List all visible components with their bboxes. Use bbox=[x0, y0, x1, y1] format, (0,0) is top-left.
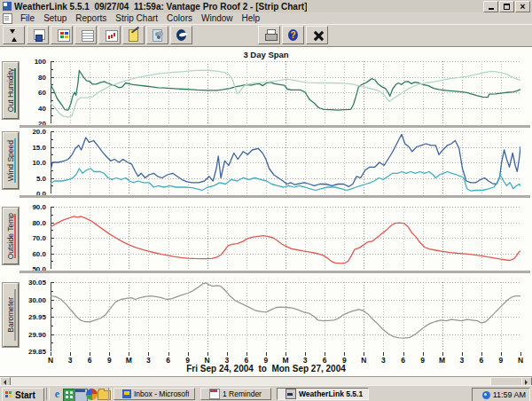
menu-item-colors[interactable]: Colors bbox=[162, 13, 197, 23]
strip-chart: 3 Day Span N369M369N369M369N369M369N Fri… bbox=[0, 46, 532, 377]
weather-icon bbox=[153, 29, 162, 42]
plot-barometer bbox=[51, 282, 520, 351]
close-icon bbox=[312, 29, 322, 42]
panel-separator bbox=[20, 271, 530, 273]
start-label: Start bbox=[15, 390, 35, 400]
toolbar-help-button[interactable]: ? bbox=[282, 26, 304, 44]
window-controls: × bbox=[483, 1, 530, 12]
clock: 11:59 AM bbox=[493, 390, 526, 399]
reminder-icon bbox=[209, 389, 220, 399]
chart-span-title: 3 Day Span bbox=[0, 50, 532, 59]
task-1-reminder[interactable]: 1 Reminder bbox=[200, 388, 271, 400]
panel-label-barometer[interactable]: Barometer bbox=[3, 283, 19, 347]
notes-icon bbox=[129, 29, 138, 42]
panel-label-outside-temp[interactable]: Outside Temp bbox=[3, 208, 19, 264]
y-axis-out-humidity: 10080604020 bbox=[18, 61, 48, 123]
menu-item-help[interactable]: Help bbox=[238, 13, 265, 23]
y-tick-label: 70.0 bbox=[32, 234, 46, 242]
series-color-stripe bbox=[14, 289, 16, 341]
toolbar-strip-chart-button[interactable] bbox=[74, 26, 97, 44]
series-color-stripe bbox=[14, 68, 16, 113]
app-icon bbox=[3, 2, 12, 11]
task-label: WeatherLink 5.5.1 09... bbox=[299, 389, 363, 398]
window-close-button[interactable]: × bbox=[515, 1, 530, 12]
y-tick-label: 100 bbox=[35, 58, 46, 66]
panel-label-wind-speed[interactable]: Wind Speed bbox=[3, 132, 19, 189]
panel-label-out-humidity[interactable]: Out Humidity bbox=[3, 62, 19, 119]
outlook-icon bbox=[122, 389, 131, 398]
y-tick-label: 60 bbox=[38, 89, 46, 97]
y-axis-outside-temp: 90.080.070.060.050.0 bbox=[18, 207, 48, 269]
y-tick-label: 90.0 bbox=[32, 203, 46, 211]
document-icon[interactable] bbox=[3, 13, 12, 24]
toolbar-weather-button[interactable] bbox=[146, 26, 168, 44]
task-label: 1 Reminder bbox=[223, 389, 262, 398]
date-range-label: Fri Sep 24, 2004 to Mon Sep 27, 2004 bbox=[0, 364, 532, 373]
y-tick-label: 10.0 bbox=[32, 159, 46, 167]
y-tick-label: 15.0 bbox=[32, 144, 46, 152]
y-axis-wind-speed: 20.015.010.05.00.0 bbox=[18, 131, 48, 193]
system-tray: 11:59 AM bbox=[472, 388, 530, 401]
minimize-icon bbox=[489, 8, 494, 10]
plot-wind-speed bbox=[51, 131, 520, 193]
y-tick-label: 40 bbox=[38, 105, 46, 113]
tray-status-icon[interactable] bbox=[482, 391, 490, 399]
taskbar: Start e Inbox - Microsoft Outlook1 Remin… bbox=[0, 385, 532, 401]
task-inbox-microsoft-outlook[interactable]: Inbox - Microsoft Outlook bbox=[113, 388, 195, 400]
y-tick-label: 29.95 bbox=[28, 313, 46, 321]
media-player-icon[interactable] bbox=[86, 389, 98, 400]
y-tick-label: 30.00 bbox=[28, 296, 46, 304]
task-label: Inbox - Microsoft Outlook bbox=[134, 389, 189, 398]
menu-item-reports[interactable]: Reports bbox=[71, 13, 111, 23]
toolbar-archive-button[interactable] bbox=[27, 26, 49, 44]
plot-out-humidity bbox=[51, 61, 520, 123]
plot-icon bbox=[105, 29, 114, 42]
strip-chart-icon bbox=[81, 29, 90, 42]
menu-bar: FileSetupReportsStrip ChartColorsWindowH… bbox=[0, 12, 532, 24]
toolbar-print-button[interactable] bbox=[258, 26, 280, 44]
title-bar: WeatherLink 5.5.1 09/27/04 11:59a: Vanta… bbox=[0, 0, 532, 13]
series-color-stripe bbox=[14, 214, 16, 258]
toolbar-plot-button[interactable] bbox=[98, 26, 121, 44]
noaa-icon bbox=[176, 29, 186, 41]
y-tick-label: 5.0 bbox=[36, 175, 46, 183]
panel-separator bbox=[20, 195, 530, 198]
y-tick-label: 29.85 bbox=[28, 348, 46, 356]
start-button[interactable]: Start bbox=[2, 388, 44, 401]
close-icon: × bbox=[520, 3, 526, 11]
toolbar-noaa-button[interactable] bbox=[170, 26, 192, 44]
y-tick-label: 60.0 bbox=[32, 250, 46, 258]
weatherlink-window: WeatherLink 5.5.1 09/27/04 11:59a: Vanta… bbox=[0, 0, 532, 401]
menu-item-file[interactable]: File bbox=[16, 13, 39, 23]
menu-item-window[interactable]: Window bbox=[197, 13, 238, 23]
panel-separator bbox=[20, 125, 530, 128]
menu-item-setup[interactable]: Setup bbox=[39, 13, 71, 23]
toolbar-notes-button[interactable] bbox=[122, 26, 145, 44]
series-color-stripe bbox=[14, 138, 16, 183]
y-axis-barometer: 30.0530.0029.9529.9029.85 bbox=[18, 282, 48, 351]
series-barometer bbox=[51, 283, 520, 338]
bulletin-icon bbox=[57, 29, 66, 42]
print-icon bbox=[264, 29, 274, 42]
taskbar-divider bbox=[46, 388, 50, 400]
window-title: WeatherLink 5.5.1 09/27/04 11:59a: Vanta… bbox=[14, 2, 307, 12]
download-icon bbox=[9, 29, 19, 42]
window-minimize-button[interactable] bbox=[483, 1, 498, 12]
toolbar-download-button[interactable] bbox=[3, 26, 25, 44]
task-weatherlink-5-5-1-09-[interactable]: WeatherLink 5.5.1 09... bbox=[277, 388, 369, 400]
y-tick-label: 20.0 bbox=[32, 128, 46, 136]
toolbar: ? bbox=[0, 24, 532, 48]
y-tick-label: 29.90 bbox=[28, 331, 46, 339]
help-icon: ? bbox=[288, 29, 298, 41]
y-tick-label: 80.0 bbox=[32, 219, 46, 227]
ie-icon[interactable]: e bbox=[51, 389, 63, 400]
x-axis-ticks: N369M369N369M369N369M369N bbox=[0, 352, 532, 363]
window-restore-button[interactable] bbox=[499, 1, 514, 12]
toolbar-close-button[interactable] bbox=[306, 26, 328, 44]
y-tick-label: 30.05 bbox=[28, 279, 46, 287]
menu-items: FileSetupReportsStrip ChartColorsWindowH… bbox=[16, 13, 264, 23]
taskbar-divider bbox=[108, 388, 112, 400]
y-tick-label: 80 bbox=[38, 74, 46, 82]
toolbar-bulletin-button[interactable] bbox=[51, 26, 73, 44]
menu-item-strip-chart[interactable]: Strip Chart bbox=[111, 13, 162, 23]
